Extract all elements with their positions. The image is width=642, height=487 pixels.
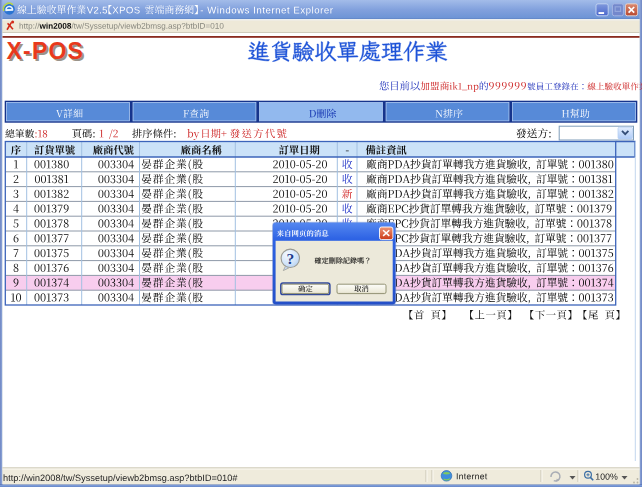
svg-text:?: ? — [287, 250, 295, 267]
svg-text:X-POS: X-POS — [7, 38, 85, 64]
